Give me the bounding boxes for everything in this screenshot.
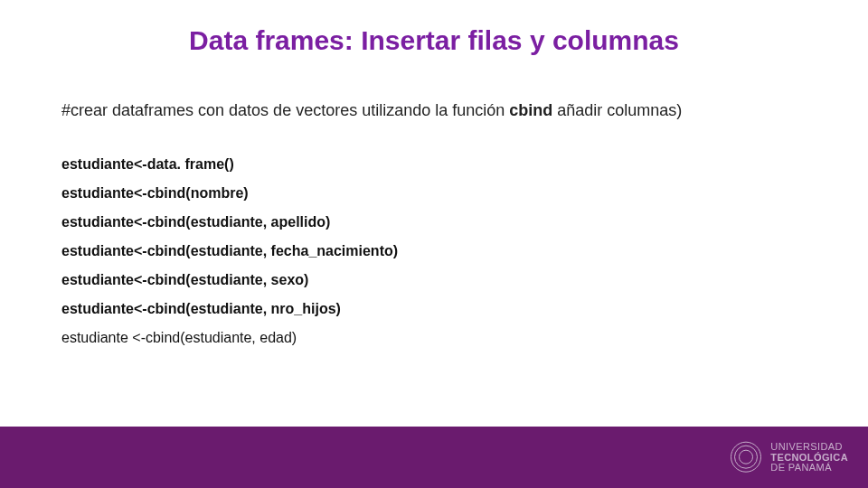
code-line: estudiante<-cbind(estudiante, sexo) — [61, 272, 807, 288]
slide-title: Data frames: Insertar filas y columnas — [0, 25, 868, 56]
logo-line-3: DE PANAMÁ — [770, 463, 848, 474]
comment-prefix: #crear dataframes con datos de vectores … — [61, 101, 509, 119]
code-line: estudiante<-data. frame() — [61, 156, 807, 173]
code-line: estudiante<-cbind(nombre) — [61, 185, 807, 202]
logo-text: UNIVERSIDAD TECNOLÓGICA DE PANAMÁ — [770, 442, 848, 474]
comment-suffix: añadir columnas) — [552, 101, 682, 119]
code-line: estudiante<-cbind(estudiante, nro_hijos) — [61, 301, 807, 317]
code-line: estudiante<-cbind(estudiante, apellido) — [61, 214, 807, 230]
logo-line-1: UNIVERSIDAD — [770, 442, 848, 453]
comment-keyword: cbind — [509, 101, 552, 119]
slide: Data frames: Insertar filas y columnas #… — [0, 0, 868, 488]
code-line: estudiante<-cbind(estudiante, fecha_naci… — [61, 243, 807, 259]
code-line: estudiante <-cbind(estudiante, edad) — [61, 330, 807, 346]
university-logo: UNIVERSIDAD TECNOLÓGICA DE PANAMÁ — [731, 442, 848, 474]
slide-body: #crear dataframes con datos de vectores … — [61, 101, 807, 359]
comment-line: #crear dataframes con datos de vectores … — [61, 101, 807, 120]
seal-icon — [731, 442, 761, 473]
footer-bar: UNIVERSIDAD TECNOLÓGICA DE PANAMÁ — [0, 427, 868, 488]
